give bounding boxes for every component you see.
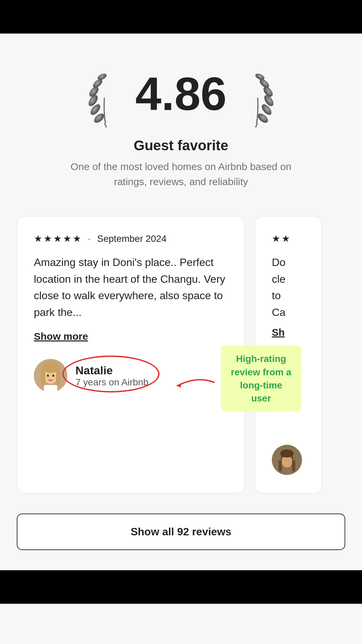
- show-more-link-1[interactable]: Show more: [34, 331, 88, 342]
- svg-rect-25: [279, 460, 282, 472]
- star-4: ★: [63, 233, 71, 244]
- guest-favorite-badge: Guest favorite: [134, 138, 228, 154]
- svg-marker-21: [177, 383, 181, 388]
- rating-hero: 4.86: [82, 60, 280, 127]
- reviews-section: ★ ★ ★ ★ ★ · September 2024 Amazing stay …: [0, 209, 362, 514]
- star-rating-2: ★ ★: [272, 233, 290, 244]
- svg-rect-16: [56, 372, 60, 386]
- svg-rect-20: [44, 385, 57, 392]
- top-status-bar: [0, 0, 362, 34]
- left-laurel-icon: [82, 60, 125, 127]
- review-text-1: Amazing stay in Doni's place.. Perfect l…: [34, 254, 228, 321]
- review-date-1: September 2024: [97, 233, 167, 244]
- star-2: ★: [44, 233, 52, 244]
- star-rating-1: ★ ★ ★ ★ ★: [34, 233, 81, 244]
- reviews-scroll-container[interactable]: ★ ★ ★ ★ ★ · September 2024 Amazing stay …: [0, 216, 362, 493]
- partial-reviewer-avatar: [272, 445, 305, 476]
- star-3: ★: [53, 233, 62, 244]
- right-laurel-icon: [237, 60, 280, 127]
- svg-rect-26: [292, 460, 295, 472]
- reviewer-wrapper-1: Natalie 7 years on Airbnb High-rating re…: [34, 359, 228, 392]
- svg-point-27: [280, 449, 294, 458]
- reviewer-info-1: Natalie 7 years on Airbnb: [75, 364, 148, 388]
- partial-review-text: DocletoCa: [272, 254, 305, 321]
- star-p2: ★: [282, 233, 290, 244]
- reviewer-name-1: Natalie: [75, 364, 148, 377]
- show-more-partial[interactable]: Sh: [272, 327, 285, 338]
- star-p1: ★: [272, 233, 280, 244]
- svg-point-19: [52, 375, 54, 377]
- review-meta-1: ★ ★ ★ ★ ★ · September 2024: [34, 233, 228, 244]
- show-all-reviews-button[interactable]: Show all 92 reviews: [17, 514, 345, 550]
- guest-favorite-description: One of the most loved homes on Airbnb ba…: [64, 159, 298, 189]
- rating-section: 4.86 Guest favorite One of the most love…: [0, 34, 362, 209]
- reviewer-tenure-1: 7 years on Airbnb: [75, 377, 148, 388]
- rating-score: 4.86: [135, 70, 227, 117]
- svg-point-17: [43, 364, 59, 373]
- review-meta-2: ★ ★: [272, 233, 305, 244]
- svg-rect-15: [41, 372, 45, 386]
- annotation-tooltip: High-rating review from a long-time user: [221, 345, 301, 412]
- svg-point-18: [47, 375, 49, 377]
- annotation-arrow: [164, 369, 231, 396]
- review-card-1: ★ ★ ★ ★ ★ · September 2024 Amazing stay …: [17, 216, 245, 493]
- star-5: ★: [73, 233, 81, 244]
- star-1: ★: [34, 233, 42, 244]
- bottom-bar: [0, 570, 362, 604]
- reviewer-avatar-1: [34, 359, 67, 392]
